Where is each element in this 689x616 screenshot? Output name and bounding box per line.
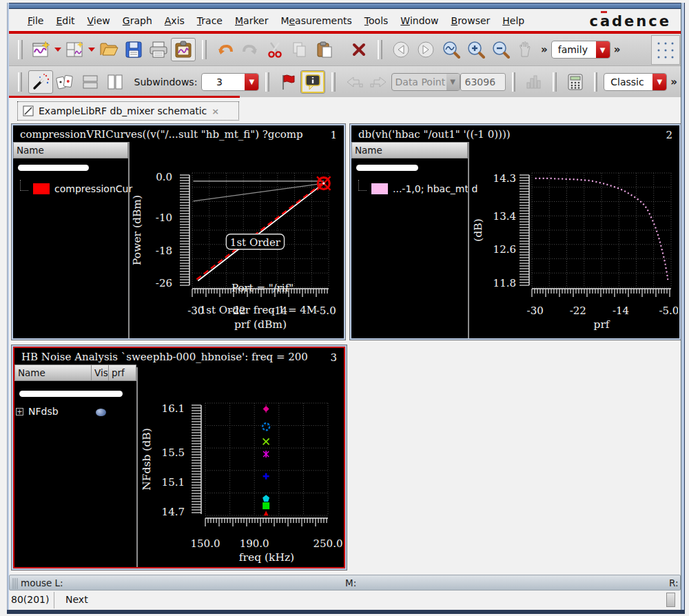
- split-vertical-button[interactable]: [103, 70, 127, 94]
- cards-button[interactable]: [53, 70, 78, 94]
- histogram-button[interactable]: [522, 70, 546, 94]
- print-button[interactable]: [146, 38, 171, 61]
- graph-2-title: db(vh('hbac "/out1" '((-1 0)))): [351, 125, 679, 143]
- menu-item-file[interactable]: File: [21, 12, 50, 29]
- visibility-eye-icon[interactable]: [96, 409, 106, 416]
- subwindows-combo-arrow[interactable]: ▼: [245, 73, 258, 91]
- style-combo[interactable]: Classic ▼: [604, 73, 667, 91]
- graph-1-trace-label[interactable]: compressionCur: [54, 183, 132, 194]
- menu-item-edit[interactable]: Edit: [50, 12, 81, 29]
- toolbar-overflow-chevron[interactable]: »: [537, 43, 551, 56]
- toolbar-grip[interactable]: [331, 72, 336, 92]
- graph-1-trace-swatch[interactable]: [33, 183, 50, 194]
- graph-2-plot[interactable]: 14.313.412.611.8-30-22-14-5.0(dB)prf: [469, 142, 678, 336]
- flag-button[interactable]: [276, 70, 300, 94]
- graph-3-prf-column[interactable]: prf: [109, 367, 127, 378]
- svg-text:250.0: 250.0: [313, 537, 343, 550]
- status-bar: 80(201) Next: [9, 591, 681, 609]
- toolbar-grip[interactable]: [594, 72, 598, 92]
- wand-button[interactable]: [28, 70, 53, 94]
- graph-2-name-column-header[interactable]: Name: [351, 142, 468, 158]
- graph-1-name-column-header[interactable]: Name: [13, 142, 128, 158]
- cadence-logo: cadence: [589, 13, 671, 30]
- svg-text:prf (dBm): prf (dBm): [234, 318, 287, 331]
- graph-3-vis-column[interactable]: Vis: [92, 367, 108, 378]
- zoom-fit-button[interactable]: [438, 38, 463, 61]
- menu-item-view[interactable]: View: [81, 12, 116, 29]
- graph-2-legend-item[interactable]: ...-1,0; hbac_mt d: [358, 183, 477, 194]
- annotation-info-button[interactable]: [300, 70, 325, 94]
- data-point-combo[interactable]: Data Point ▼: [391, 73, 460, 91]
- statusbar-grip[interactable]: [12, 578, 18, 589]
- previous-point-button[interactable]: [342, 70, 367, 94]
- svg-text:-5.0: -5.0: [659, 305, 678, 317]
- menu-item-measurements[interactable]: Measurements: [274, 12, 358, 29]
- style-combo-arrow[interactable]: ▼: [652, 73, 666, 91]
- graph-1-plot[interactable]: 0.0-10-18-26-30-22-14-5.0Power (dBm)prf …: [130, 142, 342, 336]
- next-view-button[interactable]: [413, 38, 438, 61]
- toolbar-grip[interactable]: [202, 40, 207, 59]
- zoom-in-button[interactable]: [463, 38, 488, 61]
- toolbar-grip[interactable]: [265, 72, 269, 92]
- new-subwindow-button[interactable]: [63, 38, 88, 61]
- menu-item-marker[interactable]: Marker: [229, 12, 274, 29]
- next-point-button[interactable]: [367, 70, 391, 94]
- new-window-dropdown[interactable]: [54, 39, 63, 60]
- toolbar-grip[interactable]: [553, 72, 557, 92]
- toolbar-grip[interactable]: [18, 40, 23, 59]
- point-count-field[interactable]: 63096: [460, 73, 506, 91]
- zoom-out-button[interactable]: [488, 38, 513, 61]
- previous-view-button[interactable]: [389, 38, 413, 61]
- menu-item-tools[interactable]: Tools: [358, 12, 395, 29]
- open-button[interactable]: [96, 38, 121, 61]
- family-combo[interactable]: family ▼: [551, 41, 610, 59]
- menu-item-window[interactable]: Window: [394, 12, 444, 29]
- family-combo-arrow[interactable]: ▼: [596, 41, 610, 59]
- save-button[interactable]: [121, 38, 146, 61]
- copy-button[interactable]: [287, 38, 312, 61]
- graph-3-legend-scrollbar[interactable]: [19, 391, 123, 397]
- subwindows-combo[interactable]: 3 ▼: [201, 73, 259, 91]
- graph-3-plot[interactable]: 16.115.515.114.7150.0190.0250.0NFdsb (dB…: [138, 367, 345, 567]
- table-dots-icon[interactable]: [651, 35, 680, 65]
- toolbar-grip[interactable]: [18, 72, 22, 92]
- paste-button[interactable]: [312, 38, 337, 61]
- subwindows-combo-value: 3: [210, 76, 229, 88]
- tree-expand-icon[interactable]: +: [16, 408, 23, 415]
- graph-3-trace-label[interactable]: NFdsb: [28, 406, 59, 417]
- cut-button[interactable]: [263, 38, 287, 61]
- menu-item-graph[interactable]: Graph: [116, 12, 158, 29]
- graph-3-name-column[interactable]: Name: [15, 367, 91, 378]
- menu-item-axis[interactable]: Axis: [158, 12, 191, 29]
- calculator-button[interactable]: [563, 70, 588, 94]
- data-point-combo-arrow[interactable]: ▼: [446, 73, 460, 91]
- redo-button[interactable]: [238, 38, 263, 61]
- status-resize-grip[interactable]: [666, 593, 675, 607]
- tab-close-icon[interactable]: ×: [212, 106, 219, 116]
- new-window-button[interactable]: [29, 38, 54, 61]
- graph-3-legend-item[interactable]: + NFdsb: [16, 406, 59, 417]
- pan-button[interactable]: [513, 38, 537, 61]
- graph-2-trace-swatch[interactable]: [371, 183, 388, 194]
- menu-item-help[interactable]: Help: [496, 12, 531, 29]
- graph-2-legend-scrollbar[interactable]: [356, 165, 418, 171]
- menu-item-browser[interactable]: Browser: [445, 12, 497, 29]
- range-indicator: 80(201): [11, 594, 49, 605]
- toolbar-grip[interactable]: [512, 72, 516, 92]
- toolbar-overflow-chevron-2[interactable]: »: [610, 43, 624, 56]
- delete-button[interactable]: [347, 38, 371, 61]
- split-horizontal-button[interactable]: [78, 70, 103, 94]
- toolbar-overflow-chevron-3[interactable]: »: [667, 76, 681, 88]
- graph-2-trace-label[interactable]: ...-1,0; hbac_mt d: [393, 183, 477, 194]
- menu-item-trace[interactable]: Trace: [191, 12, 229, 29]
- svg-text:15.1: 15.1: [162, 476, 185, 489]
- show-waveform-button[interactable]: [171, 38, 196, 61]
- window-titlebar[interactable]: [7, 3, 682, 9]
- graph-1-legend-scrollbar[interactable]: [18, 165, 89, 171]
- toolbar-grip[interactable]: [378, 40, 382, 59]
- graph-1-legend-item[interactable]: compressionCur: [20, 183, 132, 194]
- tab-example-librf[interactable]: ExampleLibRF db_mixer schematic ×: [17, 101, 239, 121]
- undo-button[interactable]: [213, 38, 238, 61]
- graph-3-column-headers[interactable]: Name Vis prf: [14, 365, 136, 381]
- new-subwindow-dropdown[interactable]: [88, 39, 96, 60]
